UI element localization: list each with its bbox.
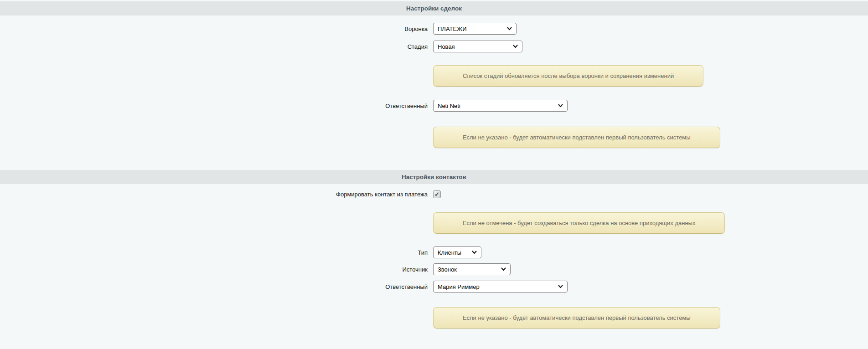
- deal-responsible-note-row: Если не указано - будет автоматически по…: [0, 127, 868, 148]
- contact-responsible-select[interactable]: Мария Риммер: [433, 281, 568, 293]
- contact-type-select-value: Клиенты: [438, 249, 461, 256]
- create-contact-checkbox[interactable]: ✓: [433, 190, 441, 198]
- contact-source-select[interactable]: Звонок: [433, 263, 511, 275]
- contact-responsible-row: Ответственный Мария Риммер: [0, 281, 868, 293]
- create-contact-label: Формировать контакт из платежа: [0, 191, 433, 198]
- stage-note: Список стадий обновляется после выбора в…: [433, 65, 703, 87]
- deals-settings-title: Настройки сделок: [406, 5, 462, 12]
- deal-responsible-label: Ответственный: [0, 103, 433, 109]
- contact-responsible-select-value: Мария Риммер: [438, 283, 480, 290]
- contact-type-label: Тип: [0, 249, 433, 256]
- deal-responsible-select[interactable]: Neti Neti: [433, 100, 568, 112]
- deal-responsible-note: Если не указано - будет автоматически по…: [433, 127, 720, 148]
- deals-settings-header: Настройки сделок: [0, 1, 868, 15]
- stage-note-row: Список стадий обновляется после выбора в…: [0, 65, 868, 87]
- chevron-down-icon: [513, 45, 518, 48]
- funnel-select[interactable]: ПЛАТЕЖИ: [433, 23, 517, 35]
- chevron-down-icon: [507, 27, 512, 31]
- contacts-settings-title: Настройки контактов: [402, 174, 466, 180]
- stage-select-value: Новая: [438, 43, 455, 50]
- deal-responsible-row: Ответственный Neti Neti: [0, 100, 868, 112]
- contact-responsible-label: Ответственный: [0, 283, 433, 290]
- chevron-down-icon: [558, 104, 563, 108]
- funnel-label: Воронка: [0, 26, 433, 32]
- stage-select[interactable]: Новая: [433, 41, 522, 52]
- contact-type-select[interactable]: Клиенты: [433, 246, 481, 258]
- funnel-select-value: ПЛАТЕЖИ: [438, 26, 467, 32]
- chevron-down-icon: [501, 267, 506, 271]
- chevron-down-icon: [472, 251, 477, 254]
- contact-source-label: Источник: [0, 266, 433, 273]
- contact-source-select-value: Звонок: [438, 266, 457, 273]
- funnel-row: Воронка ПЛАТЕЖИ: [0, 23, 868, 35]
- contact-type-row: Тип Клиенты: [0, 246, 868, 258]
- contact-source-row: Источник Звонок: [0, 263, 868, 275]
- stage-label: Стадия: [0, 43, 433, 50]
- chevron-down-icon: [558, 285, 563, 288]
- deal-responsible-select-value: Neti Neti: [438, 103, 460, 109]
- contact-responsible-note: Если не указано - будет автоматически по…: [433, 307, 720, 328]
- create-contact-note-row: Если не отмечена - будет создаваться тол…: [0, 212, 868, 234]
- check-icon: ✓: [434, 191, 439, 198]
- create-contact-row: Формировать контакт из платежа ✓: [0, 190, 868, 198]
- create-contact-note: Если не отмечена - будет создаваться тол…: [433, 212, 725, 234]
- contact-responsible-note-row: Если не указано - будет автоматически по…: [0, 307, 868, 328]
- stage-row: Стадия Новая: [0, 41, 868, 52]
- contacts-settings-header: Настройки контактов: [0, 170, 868, 184]
